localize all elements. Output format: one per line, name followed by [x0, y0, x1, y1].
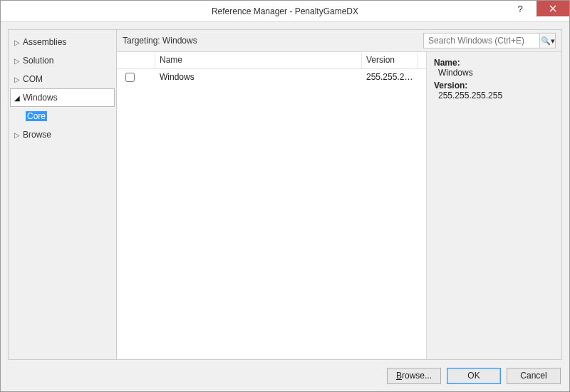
window-title: Reference Manager - PenaltyGameDX: [1, 6, 569, 16]
help-icon: ?: [517, 4, 522, 14]
dialog-body: ▷ Assemblies ▷ Solution ▷ COM ◢ Windows …: [1, 22, 569, 360]
sidebar: ▷ Assemblies ▷ Solution ▷ COM ◢ Windows …: [8, 29, 116, 360]
details-version-label: Version:: [434, 81, 554, 91]
row-version: 255.255.2…: [362, 72, 426, 82]
topbar: Targeting: Windows 🔍▾: [117, 30, 561, 51]
chevron-right-icon: ▷: [13, 38, 21, 46]
titlebar: Reference Manager - PenaltyGameDX ?: [1, 1, 569, 22]
details-pane: Name: Windows Version: 255.255.255.255: [426, 51, 561, 359]
close-button[interactable]: [537, 1, 569, 16]
details-name-label: Name:: [434, 58, 554, 68]
reference-manager-window: Reference Manager - PenaltyGameDX ? ▷ As…: [0, 0, 570, 392]
close-icon: [549, 5, 556, 12]
footer: Browse... OK Cancel: [1, 360, 569, 391]
sidebar-item-windows[interactable]: ◢ Windows: [10, 88, 115, 107]
search-box: 🔍▾: [423, 33, 556, 48]
search-button[interactable]: 🔍▾: [539, 33, 555, 48]
targeting-label: Targeting: Windows: [123, 36, 418, 46]
chevron-right-icon: ▷: [13, 131, 21, 139]
list-row[interactable]: Windows 255.255.2…: [117, 69, 426, 85]
search-icon: 🔍▾: [541, 36, 555, 46]
sidebar-item-label: Windows: [23, 93, 58, 103]
content-split: Name Version Windows 255.255.2…: [117, 51, 561, 359]
list-body: Windows 255.255.2…: [117, 69, 426, 359]
sidebar-item-label: Core: [26, 111, 47, 121]
sidebar-item-assemblies[interactable]: ▷ Assemblies: [9, 33, 116, 51]
cancel-button[interactable]: Cancel: [507, 368, 561, 384]
list-pane: Name Version Windows 255.255.2…: [117, 51, 426, 359]
titlebar-controls: ?: [504, 1, 569, 16]
browse-button[interactable]: Browse...: [387, 368, 441, 384]
sidebar-item-windows-core[interactable]: Core: [9, 107, 116, 125]
sidebar-item-label: COM: [23, 74, 43, 84]
center-pane: Targeting: Windows 🔍▾ Name Version: [116, 29, 562, 360]
ok-button[interactable]: OK: [447, 368, 501, 384]
tree: ▷ Assemblies ▷ Solution ▷ COM ◢ Windows …: [9, 30, 116, 147]
row-check-cell: [117, 73, 155, 82]
search-input[interactable]: [424, 36, 539, 46]
column-header-tail: [418, 52, 426, 68]
column-header-name[interactable]: Name: [155, 52, 362, 68]
column-header-check[interactable]: [117, 52, 155, 68]
list-header: Name Version: [117, 52, 426, 69]
sidebar-item-label: Solution: [23, 56, 53, 66]
row-checkbox[interactable]: [125, 73, 135, 82]
details-version-value: 255.255.255.255: [434, 91, 554, 100]
chevron-down-icon: ◢: [13, 94, 21, 102]
chevron-right-icon: ▷: [13, 57, 21, 65]
sidebar-item-label: Assemblies: [23, 37, 66, 47]
column-header-version[interactable]: Version: [362, 52, 418, 68]
row-name: Windows: [155, 72, 362, 82]
sidebar-item-com[interactable]: ▷ COM: [9, 70, 116, 88]
details-name-value: Windows: [434, 68, 554, 78]
sidebar-item-browse[interactable]: ▷ Browse: [9, 125, 116, 144]
chevron-right-icon: ▷: [13, 76, 21, 83]
sidebar-item-solution[interactable]: ▷ Solution: [9, 51, 116, 70]
help-button[interactable]: ?: [504, 1, 537, 16]
sidebar-item-label: Browse: [23, 130, 51, 140]
